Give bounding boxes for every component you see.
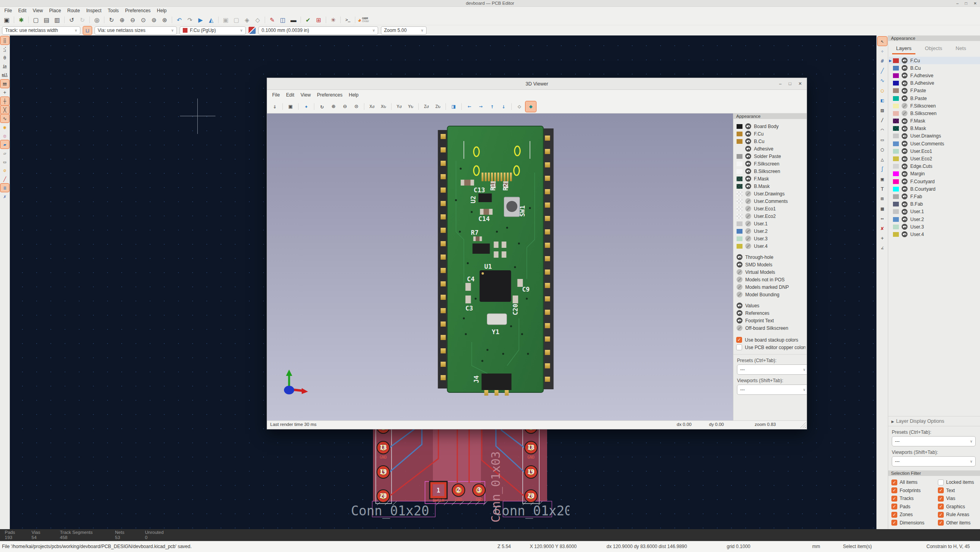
layer-color-swatch[interactable]	[893, 232, 899, 237]
layer-color-swatch[interactable]	[893, 141, 899, 146]
layer-visibility-eye-icon[interactable]	[737, 325, 742, 331]
menu-view[interactable]: View	[297, 91, 314, 99]
layer-color-swatch[interactable]	[893, 149, 899, 154]
add-footprint-tool-button[interactable]: ◧	[878, 96, 887, 105]
via-size-select[interactable]: Via: use netclass sizes∨	[95, 26, 177, 35]
tab-layers[interactable]: Layers	[892, 44, 915, 54]
layer-visibility-eye-icon[interactable]	[737, 262, 742, 268]
layer-row-f-mask[interactable]: F.Mask	[734, 175, 807, 182]
filter-zones[interactable]: ✓ Zones	[891, 512, 938, 518]
layer-display-options-toggle[interactable]: ▶Layer Display Options	[888, 416, 980, 426]
checkbox-use-board-stackup-colors[interactable]: ✓ Use board stackup colors	[736, 337, 806, 343]
checkbox-use-pcb-editor-copper-colors[interactable]: Use PCB editor copper colors	[736, 344, 806, 350]
layer-row-user-2[interactable]: User.2	[734, 227, 807, 235]
layer-color-swatch[interactable]	[737, 184, 742, 189]
page-settings-button[interactable]: ▢	[31, 15, 41, 24]
appearance-manager-toggle-button[interactable]: ◆	[525, 101, 536, 112]
layer-row-b-courtyard[interactable]: ▶ B.Courtyard	[889, 185, 980, 193]
menu-place[interactable]: Place	[46, 7, 64, 14]
window-minimize-button[interactable]: –	[956, 1, 959, 6]
export-image-button[interactable]: ⇓	[269, 101, 280, 112]
active-layer-select[interactable]: F.Cu (PgUp)∨	[180, 26, 246, 35]
units-inches-button[interactable]: in	[0, 62, 9, 71]
layer-row-b-adhesive[interactable]: ▶ B.Adhesive	[889, 80, 980, 87]
rotate-ccw-button[interactable]: ↶	[174, 15, 184, 24]
layer-visibility-eye-icon[interactable]	[745, 191, 751, 197]
crosshair-style-button[interactable]: +	[0, 88, 9, 97]
layer-visibility-eye-icon[interactable]	[902, 193, 908, 199]
group-button[interactable]: ▣	[221, 15, 231, 24]
layer-row-margin[interactable]: ▶ Margin	[889, 170, 980, 178]
mirror-button[interactable]: ▶	[195, 15, 206, 24]
layer-row-values[interactable]: Values	[734, 302, 807, 309]
layer-visibility-eye-icon[interactable]	[745, 206, 751, 212]
layer-row-model-bounding[interactable]: Model Bounding	[734, 291, 807, 298]
pan-down-button[interactable]: ↓	[498, 101, 509, 112]
filter-pads[interactable]: ✓ Pads	[891, 504, 938, 509]
layer-row-footprint-text[interactable]: Footprint Text	[734, 317, 807, 324]
layer-row-b-cu[interactable]: ▶ B.Cu	[889, 64, 980, 72]
menu-tools[interactable]: Tools	[105, 7, 122, 14]
layer-color-swatch[interactable]	[893, 179, 899, 184]
layer-row-f-paste[interactable]: ▶ F.Paste	[889, 87, 980, 95]
units-mils-button[interactable]: mil	[0, 71, 9, 79]
grid-overrides-button[interactable]: ⣪	[0, 45, 9, 53]
track-posture-button[interactable]: ⊔	[83, 26, 92, 35]
draw-polygon-tool-button[interactable]: △	[878, 155, 887, 164]
layer-color-swatch[interactable]	[737, 206, 742, 211]
layer-row-user-2[interactable]: ▶ User.2	[889, 216, 980, 223]
checkbox-icon[interactable]: ✓	[891, 520, 897, 526]
add-image-tool-button[interactable]: ▣	[878, 175, 887, 184]
tab-nets[interactable]: Nets	[952, 44, 970, 54]
layer-row-user-drawings[interactable]: User.Drawings	[734, 190, 807, 197]
layer-visibility-eye-icon[interactable]	[737, 303, 742, 309]
layer-pair-indicator-icon[interactable]	[249, 27, 256, 34]
rotate-x-ccw-button[interactable]: X↺	[367, 101, 377, 112]
layer-row-user-1[interactable]: ▶ User.1	[889, 208, 980, 216]
filter-text[interactable]: ✓ Text	[938, 487, 978, 493]
layer-row-b-silkscreen[interactable]: B.Silkscreen	[734, 167, 807, 175]
layer-color-swatch[interactable]	[737, 132, 742, 136]
zone-fill-display-button[interactable]: ▰	[0, 140, 9, 149]
layer-row-edge-cuts[interactable]: ▶ Edge.Cuts	[889, 163, 980, 170]
net-color-mode-button[interactable]: ◎	[0, 132, 9, 140]
checkbox-icon[interactable]: ✓	[891, 487, 897, 493]
window-maximize-button[interactable]: □	[965, 1, 967, 6]
rotate-z-cw-button[interactable]: Z↻	[432, 101, 443, 112]
layer-row-board-body[interactable]: Board Body	[734, 123, 807, 130]
draw-bezier-tool-button[interactable]: ∫	[878, 165, 887, 174]
layer-row-references[interactable]: References	[734, 309, 807, 317]
layer-row-user-eco1[interactable]: ▶ User.Eco1	[889, 147, 980, 155]
layer-visibility-eye-icon[interactable]	[737, 254, 742, 260]
layer-row-f-cu[interactable]: F.Cu	[734, 130, 807, 138]
layer-color-swatch[interactable]	[737, 169, 742, 174]
layer-visibility-eye-icon[interactable]	[902, 141, 908, 147]
layer-visibility-eye-icon[interactable]	[745, 168, 751, 174]
layer-row-user-eco1[interactable]: User.Eco1	[734, 205, 807, 212]
layer-color-swatch[interactable]	[893, 217, 899, 222]
menu-help[interactable]: Help	[154, 7, 170, 14]
layer-visibility-eye-icon[interactable]	[902, 133, 908, 139]
layer-row-f-courtyard[interactable]: ▶ F.Courtyard	[889, 178, 980, 185]
3d-viewport[interactable]: C13 U2 C14 R1 R2 SW1 R7 U1 C4 C3 C9 C20	[267, 113, 733, 420]
layer-row-user-4[interactable]: User.4	[734, 242, 807, 250]
layer-visibility-eye-icon[interactable]	[745, 198, 751, 204]
pan-right-button[interactable]: →	[475, 101, 486, 112]
zoom-fit-objects-button[interactable]: ⊚	[149, 15, 159, 24]
flip-view-button[interactable]: ◨	[448, 101, 459, 112]
filter-graphics[interactable]: ✓ Graphics	[938, 504, 978, 509]
copy-image-button[interactable]: ▣	[285, 101, 296, 112]
highlight-net-tool-button[interactable]: ✧	[878, 46, 887, 56]
layer-visibility-eye-icon[interactable]	[902, 231, 908, 237]
layer-visibility-eye-icon[interactable]	[745, 213, 751, 219]
layer-visibility-eye-icon[interactable]	[745, 138, 751, 144]
pan-up-button[interactable]: ↑	[487, 101, 497, 112]
layer-visibility-eye-icon[interactable]	[737, 269, 742, 275]
layer-row-user-drawings[interactable]: ▶ User.Drawings	[889, 132, 980, 140]
sketch-tracks-button[interactable]: ╱	[0, 175, 9, 183]
layer-row-user-4[interactable]: ▶ User.4	[889, 230, 980, 238]
redo-button[interactable]: ↻	[77, 15, 87, 24]
appearance-manager-button[interactable]: ≣	[0, 184, 9, 192]
layer-row-b-mask[interactable]: ▶ B.Mask	[889, 125, 980, 132]
presets-select[interactable]: ---∨	[892, 436, 976, 446]
